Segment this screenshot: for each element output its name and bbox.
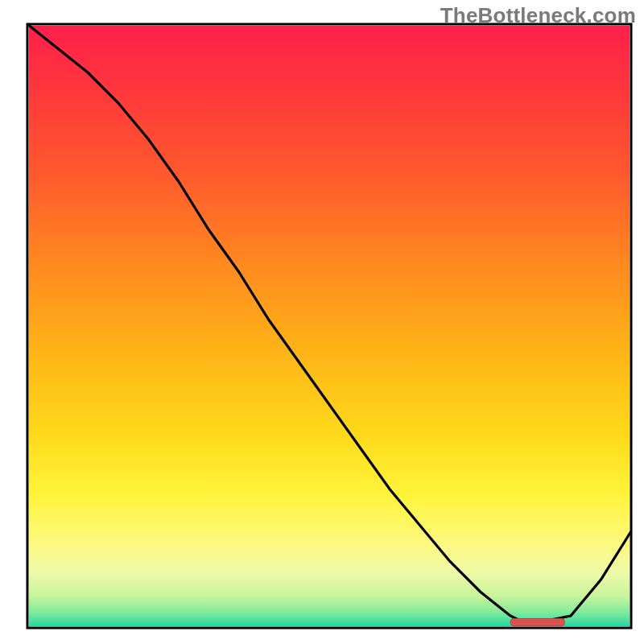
- bottleneck-chart: [0, 0, 644, 644]
- chart-stage: TheBottleneck.com: [0, 0, 644, 644]
- optimal-range-marker: [510, 619, 565, 626]
- gradient-background: [29, 26, 630, 626]
